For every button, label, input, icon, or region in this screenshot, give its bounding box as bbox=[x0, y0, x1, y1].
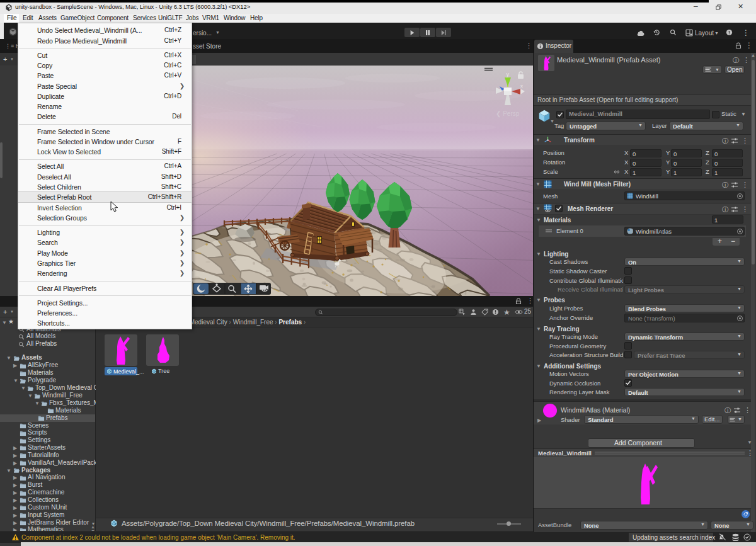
svg-text:x: x bbox=[520, 83, 523, 89]
svg-text:❮ Persp: ❮ Persp bbox=[496, 110, 520, 118]
svg-text:y: y bbox=[507, 71, 510, 77]
